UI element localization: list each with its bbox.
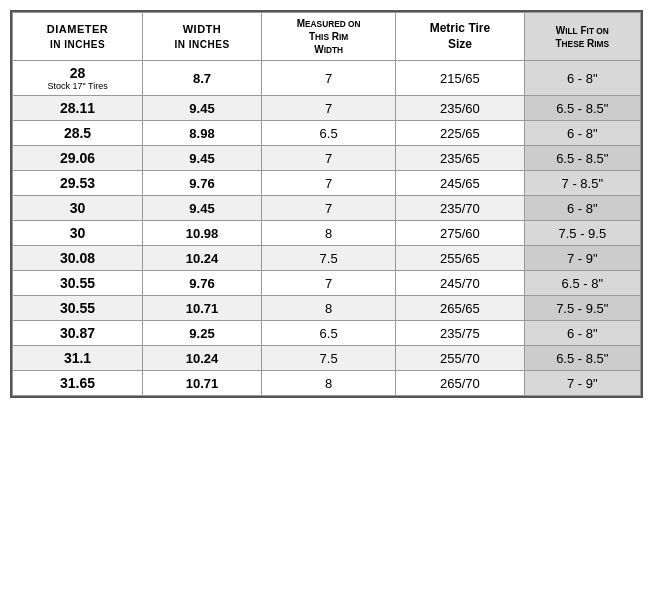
width-cell: 9.76 <box>143 271 262 296</box>
width-cell: 8.98 <box>143 121 262 146</box>
will-fit-cell: 7.5 - 9.5 <box>524 221 640 246</box>
width-cell: 9.45 <box>143 96 262 121</box>
measured-cell: 7 <box>261 146 395 171</box>
will-fit-cell: 6.5 - 8.5" <box>524 346 640 371</box>
metric-cell: 255/70 <box>396 346 524 371</box>
measured-cell: 7 <box>261 96 395 121</box>
will-fit-cell: 6 - 8" <box>524 121 640 146</box>
table-row: 31.6510.718265/707 - 9" <box>13 371 641 396</box>
will-fit-cell: 7 - 9" <box>524 246 640 271</box>
table-row: 30.5510.718265/657.5 - 9.5" <box>13 296 641 321</box>
table-row: 28.119.457235/606.5 - 8.5" <box>13 96 641 121</box>
diameter-cell: 30.55 <box>13 296 143 321</box>
metric-cell: 225/65 <box>396 121 524 146</box>
header-metric: Metric TireSize <box>396 13 524 61</box>
tire-size-table: DIAMETERIN INCHES WIDTHIN INCHES MEASURE… <box>10 10 643 398</box>
table-row: 30.559.767245/706.5 - 8" <box>13 271 641 296</box>
diameter-cell: 28.5 <box>13 121 143 146</box>
will-fit-cell: 7 - 8.5" <box>524 171 640 196</box>
measured-cell: 8 <box>261 371 395 396</box>
table-row: 30.879.256.5235/756 - 8" <box>13 321 641 346</box>
will-fit-cell: 6.5 - 8" <box>524 271 640 296</box>
width-cell: 10.71 <box>143 296 262 321</box>
will-fit-cell: 7 - 9" <box>524 371 640 396</box>
width-cell: 10.24 <box>143 346 262 371</box>
measured-cell: 7 <box>261 61 395 96</box>
diameter-cell: 30.87 <box>13 321 143 346</box>
width-cell: 10.24 <box>143 246 262 271</box>
metric-cell: 245/65 <box>396 171 524 196</box>
header-measured: MEASURED ONTHIS RIMWIDTH <box>261 13 395 61</box>
table-row: 28.58.986.5225/656 - 8" <box>13 121 641 146</box>
will-fit-cell: 6.5 - 8.5" <box>524 146 640 171</box>
diameter-cell: 30.55 <box>13 271 143 296</box>
width-cell: 8.7 <box>143 61 262 96</box>
diameter-cell: 30.08 <box>13 246 143 271</box>
measured-cell: 7.5 <box>261 246 395 271</box>
width-cell: 10.71 <box>143 371 262 396</box>
metric-cell: 235/70 <box>396 196 524 221</box>
table-row: 3010.988275/607.5 - 9.5 <box>13 221 641 246</box>
table-row: 31.110.247.5255/706.5 - 8.5" <box>13 346 641 371</box>
measured-cell: 6.5 <box>261 121 395 146</box>
measured-cell: 7 <box>261 171 395 196</box>
diameter-cell: 30 <box>13 221 143 246</box>
metric-cell: 255/65 <box>396 246 524 271</box>
measured-cell: 6.5 <box>261 321 395 346</box>
measured-cell: 7.5 <box>261 346 395 371</box>
will-fit-cell: 6 - 8" <box>524 321 640 346</box>
header-will-fit: WILL FIT ONTHESE RIMS <box>524 13 640 61</box>
width-cell: 9.45 <box>143 146 262 171</box>
measured-cell: 8 <box>261 296 395 321</box>
will-fit-cell: 6 - 8" <box>524 61 640 96</box>
measured-cell: 7 <box>261 271 395 296</box>
width-cell: 9.25 <box>143 321 262 346</box>
will-fit-cell: 6 - 8" <box>524 196 640 221</box>
metric-cell: 265/70 <box>396 371 524 396</box>
width-cell: 9.45 <box>143 196 262 221</box>
metric-cell: 215/65 <box>396 61 524 96</box>
measured-cell: 8 <box>261 221 395 246</box>
diameter-cell: 31.1 <box>13 346 143 371</box>
measured-cell: 7 <box>261 196 395 221</box>
diameter-cell: 29.06 <box>13 146 143 171</box>
header-width: WIDTHIN INCHES <box>143 13 262 61</box>
diameter-cell: 31.65 <box>13 371 143 396</box>
metric-cell: 235/60 <box>396 96 524 121</box>
table-row: 29.069.457235/656.5 - 8.5" <box>13 146 641 171</box>
width-cell: 9.76 <box>143 171 262 196</box>
will-fit-cell: 7.5 - 9.5" <box>524 296 640 321</box>
metric-cell: 265/65 <box>396 296 524 321</box>
width-cell: 10.98 <box>143 221 262 246</box>
diameter-cell: 28.11 <box>13 96 143 121</box>
diameter-cell: 30 <box>13 196 143 221</box>
metric-cell: 235/65 <box>396 146 524 171</box>
table-row: 30.0810.247.5255/657 - 9" <box>13 246 641 271</box>
diameter-cell: 28Stock 17" Tires <box>13 61 143 96</box>
table-row: 29.539.767245/657 - 8.5" <box>13 171 641 196</box>
metric-cell: 275/60 <box>396 221 524 246</box>
metric-cell: 235/75 <box>396 321 524 346</box>
will-fit-cell: 6.5 - 8.5" <box>524 96 640 121</box>
diameter-cell: 29.53 <box>13 171 143 196</box>
table-row: 28Stock 17" Tires8.77215/656 - 8" <box>13 61 641 96</box>
metric-cell: 245/70 <box>396 271 524 296</box>
header-diameter: DIAMETERIN INCHES <box>13 13 143 61</box>
table-row: 309.457235/706 - 8" <box>13 196 641 221</box>
